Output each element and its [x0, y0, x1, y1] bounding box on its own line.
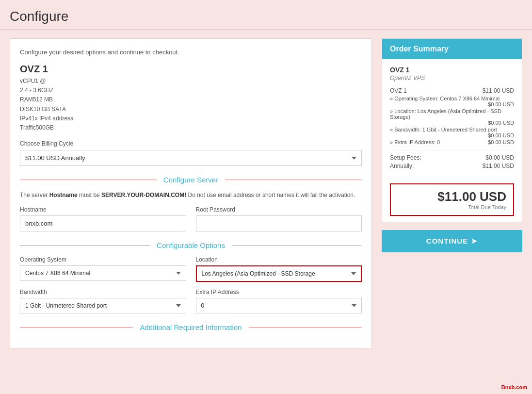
product-specs: vCPU1 @ 2.4 - 3.6GHZ RAM512 MB DISK10 GB…: [20, 77, 362, 132]
bandwidth-group: Bandwidth 1 Gbit - Unmetered Shared port: [20, 289, 186, 313]
bandwidth-extraip-row: Bandwidth 1 Gbit - Unmetered Shared port…: [20, 289, 362, 313]
hostname-note: The server Hostname must be SERVER.YOUR-…: [20, 191, 362, 199]
summary-line4-price: $0.00 USD: [390, 132, 514, 138]
location-label: Location: [196, 256, 362, 263]
summary-line2: » Operating System: Centos 7 X86 64 Mini…: [390, 96, 514, 107]
summary-line3-price: $0.00 USD: [390, 120, 514, 126]
summary-product-subtitle: OpenVZ VPS: [390, 75, 514, 82]
summary-line5-price: $0.00 USD: [488, 139, 514, 145]
hostname-note-bold1: Hostname: [49, 192, 78, 198]
os-select[interactable]: Centos 7 X86 64 Minimal: [20, 265, 186, 281]
password-input[interactable]: [196, 215, 362, 231]
summary-line1: OVZ 1 $11.00 USD: [390, 87, 514, 94]
os-label: Operating System: [20, 256, 186, 263]
summary-fees: Setup Fees: $0.00 USD Annually: $11.00 U…: [390, 150, 514, 169]
setup-fee-row: Setup Fees: $0.00 USD: [390, 154, 514, 161]
summary-line4: » Bandwidth: 1 Gbit - Unmetered Shared p…: [390, 127, 514, 138]
spec-ghz: 2.4 - 3.6GHZ: [20, 86, 362, 95]
summary-line5-text: » Extra IP Address: 0: [390, 139, 440, 145]
continue-button[interactable]: CONTINUE➤: [382, 230, 522, 252]
hostname-label: Hostname: [20, 206, 186, 213]
summary-line4-text: » Bandwidth: 1 Gbit - Unmetered Shared p…: [390, 127, 514, 132]
extra-ip-group: Extra IP Address 0: [196, 289, 362, 313]
password-group: Root Password: [196, 206, 362, 231]
bandwidth-select[interactable]: 1 Gbit - Unmetered Shared port: [20, 298, 186, 313]
page-header: Configure: [0, 0, 532, 30]
os-location-row: Operating System Centos 7 X86 64 Minimal…: [20, 256, 362, 282]
summary-line5: » Extra IP Address: 0 $0.00 USD: [390, 139, 514, 145]
hostname-input[interactable]: [20, 215, 186, 231]
spec-disk: DISK10 GB SATA: [20, 105, 362, 114]
os-group: Operating System Centos 7 X86 64 Minimal: [20, 256, 186, 282]
billing-select[interactable]: $11.00 USD Annually: [20, 150, 362, 166]
annually-price: $11.00 USD: [483, 163, 514, 169]
summary-line3-text: » Location: Los Angeles (Asia Optimized …: [390, 108, 514, 120]
annually-label: Annually:: [390, 163, 414, 169]
bandwidth-label: Bandwidth: [20, 289, 186, 296]
page-title: Configure: [10, 9, 522, 24]
main-panel: Configure your desired options and conti…: [10, 38, 372, 348]
summary-line1-name: OVZ 1: [390, 87, 407, 94]
summary-product-name: OVZ 1: [390, 66, 514, 74]
continue-btn-label: CONTINUE: [426, 237, 468, 245]
password-label: Root Password: [196, 206, 362, 213]
spec-ram: RAM512 MB: [20, 95, 362, 104]
additional-info-divider: Additional Required Information: [20, 323, 362, 331]
extra-ip-label: Extra IP Address: [196, 289, 362, 296]
spec-ipv4: IPv41x IPv4 address: [20, 114, 362, 123]
summary-total-box: $11.00 USD Total Due Today: [390, 183, 514, 216]
extra-ip-select[interactable]: 0: [196, 298, 362, 313]
intro-text: Configure your desired options and conti…: [20, 49, 362, 56]
location-group: Location Los Angeles (Asia Optimized - S…: [196, 256, 362, 282]
product-title: OVZ 1: [20, 64, 362, 75]
summary-total-price: $11.00 USD: [398, 189, 506, 204]
page-content: Configure your desired options and conti…: [0, 30, 532, 357]
hostname-group: Hostname: [20, 206, 186, 231]
summary-line3: » Location: Los Angeles (Asia Optimized …: [390, 108, 514, 126]
hostname-password-row: Hostname Root Password: [20, 206, 362, 231]
configure-server-title: Configure Server: [157, 176, 225, 184]
billing-label: Choose Billing Cycle: [20, 140, 362, 147]
summary-line2-price: $0.00 USD: [390, 101, 514, 107]
summary-total-label: Total Due Today: [398, 204, 506, 210]
summary-header: Order Summary: [382, 39, 522, 59]
annually-fee-row: Annually: $11.00 USD: [390, 163, 514, 169]
summary-box: Order Summary OVZ 1 OpenVZ VPS OVZ 1 $11…: [382, 38, 522, 222]
configurable-options-divider: Configurable Options: [20, 241, 362, 249]
summary-line2-text: » Operating System: Centos 7 X86 64 Mini…: [390, 96, 514, 101]
summary-panel: Order Summary OVZ 1 OpenVZ VPS OVZ 1 $11…: [382, 38, 522, 348]
hostname-note-bold2: SERVER.YOUR-DOMAIN.COM!: [101, 192, 186, 198]
spec-traffic: Traffic500GB: [20, 123, 362, 132]
continue-arrow-icon: ➤: [471, 237, 478, 245]
configurable-options-title: Configurable Options: [150, 241, 232, 249]
summary-line1-price: $11.00 USD: [483, 87, 514, 94]
summary-body: OVZ 1 OpenVZ VPS OVZ 1 $11.00 USD » Oper…: [382, 59, 522, 178]
configure-server-divider: Configure Server: [20, 176, 362, 184]
setup-price: $0.00 USD: [485, 154, 514, 161]
billing-row: Choose Billing Cycle $11.00 USD Annually: [20, 140, 362, 166]
setup-label: Setup Fees:: [390, 154, 421, 161]
additional-info-title: Additional Required Information: [133, 323, 248, 331]
spec-vcpu: vCPU1 @: [20, 77, 362, 86]
location-select[interactable]: Los Angeles (Asia Optimized - SSD Storag…: [196, 265, 362, 282]
